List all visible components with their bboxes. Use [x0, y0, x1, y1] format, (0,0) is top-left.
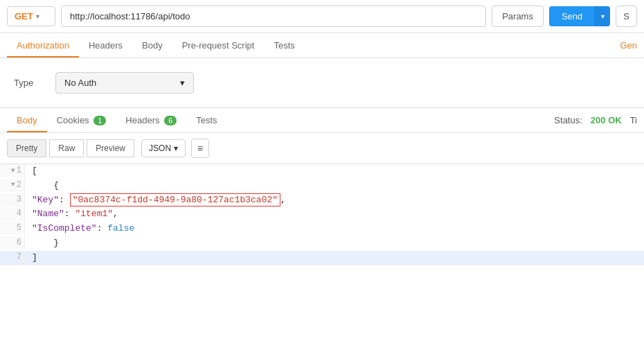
chevron-down-icon: ▾	[36, 12, 39, 20]
tab-authorization[interactable]: Authorization	[7, 33, 79, 58]
time-label: Ti	[630, 115, 637, 125]
code-line-7: ▼ 7 ]	[0, 251, 644, 265]
code-line-3: ▼ 3 "Key": "0ac8374c-f1dd-4949-9a80-127a…	[0, 193, 644, 208]
pretty-view-button[interactable]: Pretty	[7, 139, 46, 157]
response-tab-tests[interactable]: Tests	[186, 108, 226, 132]
wrap-button[interactable]: ≡	[191, 139, 209, 158]
save-button[interactable]: S	[616, 6, 637, 27]
cookies-badge: 1	[93, 116, 106, 125]
line-content-5: "IsComplete": false	[25, 222, 141, 236]
fold-arrow-2[interactable]: ▼	[11, 179, 15, 191]
auth-type-select[interactable]: No Auth ▾	[55, 72, 194, 94]
fold-arrow-1[interactable]: ▼	[11, 166, 15, 177]
line-num-5: ▼ 5	[0, 222, 25, 235]
line-content-6: }	[25, 236, 66, 251]
code-line-5: ▼ 5 "IsComplete": false	[0, 222, 644, 236]
status-value: 200 OK	[591, 115, 622, 125]
code-line-1: ▼ 1 [	[0, 164, 644, 179]
tab-tests[interactable]: Tests	[264, 33, 304, 58]
line-num-7: ▼ 7	[0, 251, 25, 264]
response-tab-body[interactable]: Body	[7, 108, 47, 132]
raw-view-button[interactable]: Raw	[49, 139, 84, 157]
line-num-4: ▼ 4	[0, 207, 25, 220]
tab-pre-request-script[interactable]: Pre-request Script	[172, 33, 265, 58]
line-content-1: [	[25, 164, 44, 179]
chevron-down-icon: ▾	[174, 143, 178, 153]
line-num-6: ▼ 6	[0, 236, 25, 249]
auth-type-label: Type	[14, 78, 42, 88]
line-content-3: "Key": "0ac8374c-f1dd-4949-9a80-127ac1b3…	[25, 193, 293, 208]
send-dropdown-button[interactable]: ▾	[595, 6, 610, 26]
line-content-7: ]	[25, 251, 44, 265]
code-line-2: ▼ 2 {	[0, 179, 644, 193]
response-tab-headers[interactable]: Headers 6	[116, 108, 186, 132]
headers-badge: 6	[164, 116, 177, 125]
response-tabs-bar: Body Cookies 1 Headers 6 Tests Status: 2…	[0, 108, 644, 133]
url-input[interactable]	[61, 6, 486, 27]
line-num-1: ▼ 1	[0, 164, 25, 177]
generate-code-link[interactable]: Gen	[620, 40, 637, 51]
line-num-3: ▼ 3	[0, 193, 25, 206]
format-select[interactable]: JSON ▾	[141, 139, 186, 157]
tab-body[interactable]: Body	[132, 33, 172, 58]
method-label: GET	[15, 11, 33, 21]
params-button[interactable]: Params	[492, 6, 544, 27]
chevron-down-icon: ▾	[180, 78, 185, 88]
code-line-4: ▼ 4 "Name": "item1",	[0, 207, 644, 222]
auth-type-value: No Auth	[64, 78, 96, 88]
method-select[interactable]: GET ▾	[7, 6, 55, 26]
status-label: Status:	[554, 115, 582, 125]
code-area: ▼ 1 [ ▼ 2 { ▼ 3 "Key": "0ac8374c-f1dd-49…	[0, 164, 644, 265]
line-content-4: "Name": "item1",	[25, 207, 125, 222]
top-bar: GET ▾ Params Send ▾ S	[0, 0, 644, 33]
response-toolbar: Pretty Raw Preview JSON ▾ ≡	[0, 133, 644, 164]
response-tab-cookies[interactable]: Cookies 1	[47, 108, 116, 132]
line-content-2: {	[25, 179, 66, 193]
format-value: JSON	[149, 143, 171, 153]
code-line-6: ▼ 6 }	[0, 236, 644, 251]
preview-view-button[interactable]: Preview	[87, 139, 134, 157]
tab-headers[interactable]: Headers	[79, 33, 132, 58]
send-button[interactable]: Send	[549, 6, 595, 26]
status-area: Status: 200 OK Ti	[554, 115, 637, 125]
auth-row: Type No Auth ▾	[14, 72, 630, 94]
request-tabs: Authorization Headers Body Pre-request S…	[0, 33, 644, 58]
line-num-2: ▼ 2	[0, 179, 25, 192]
auth-section: Type No Auth ▾	[0, 58, 644, 108]
send-btn-group: Send ▾	[549, 6, 610, 26]
response-section: Body Cookies 1 Headers 6 Tests Status: 2…	[0, 108, 644, 265]
